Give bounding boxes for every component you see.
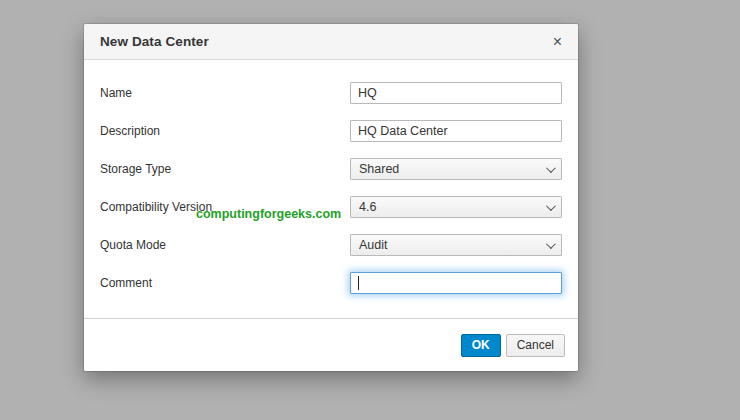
storage-type-selected-value: Shared xyxy=(359,162,399,176)
comment-input[interactable] xyxy=(350,272,562,294)
description-label: Description xyxy=(100,124,350,138)
compatibility-version-select[interactable]: 4.6 xyxy=(350,196,562,218)
chevron-down-icon xyxy=(546,239,556,249)
description-input[interactable] xyxy=(350,120,562,142)
comment-label: Comment xyxy=(100,276,350,290)
page-background: New Data Center × Name Description Stora… xyxy=(0,0,740,420)
storage-type-field-row: Storage Type Shared xyxy=(100,158,562,180)
storage-type-label: Storage Type xyxy=(100,162,350,176)
description-field-row: Description xyxy=(100,120,562,142)
chevron-down-icon xyxy=(546,163,556,173)
watermark-text: computingforgeeks.com xyxy=(196,207,341,221)
ok-button[interactable]: OK xyxy=(461,334,501,357)
dialog-header: New Data Center × xyxy=(84,24,578,60)
comment-field-row: Comment xyxy=(100,272,562,294)
storage-type-select[interactable]: Shared xyxy=(350,158,562,180)
dialog-footer: OK Cancel xyxy=(84,318,578,371)
close-icon[interactable]: × xyxy=(553,34,562,50)
name-label: Name xyxy=(100,86,350,100)
cancel-button[interactable]: Cancel xyxy=(506,334,565,357)
quota-mode-select[interactable]: Audit xyxy=(350,234,562,256)
new-data-center-dialog: New Data Center × Name Description Stora… xyxy=(84,24,578,371)
quota-mode-label: Quota Mode xyxy=(100,238,350,252)
dialog-title: New Data Center xyxy=(100,34,209,49)
quota-mode-field-row: Quota Mode Audit xyxy=(100,234,562,256)
name-field-row: Name xyxy=(100,82,562,104)
compatibility-version-selected-value: 4.6 xyxy=(359,200,376,214)
dialog-body: Name Description Storage Type Shared xyxy=(84,60,578,318)
name-input[interactable] xyxy=(350,82,562,104)
text-cursor xyxy=(358,276,359,290)
quota-mode-selected-value: Audit xyxy=(359,238,388,252)
chevron-down-icon xyxy=(546,201,556,211)
